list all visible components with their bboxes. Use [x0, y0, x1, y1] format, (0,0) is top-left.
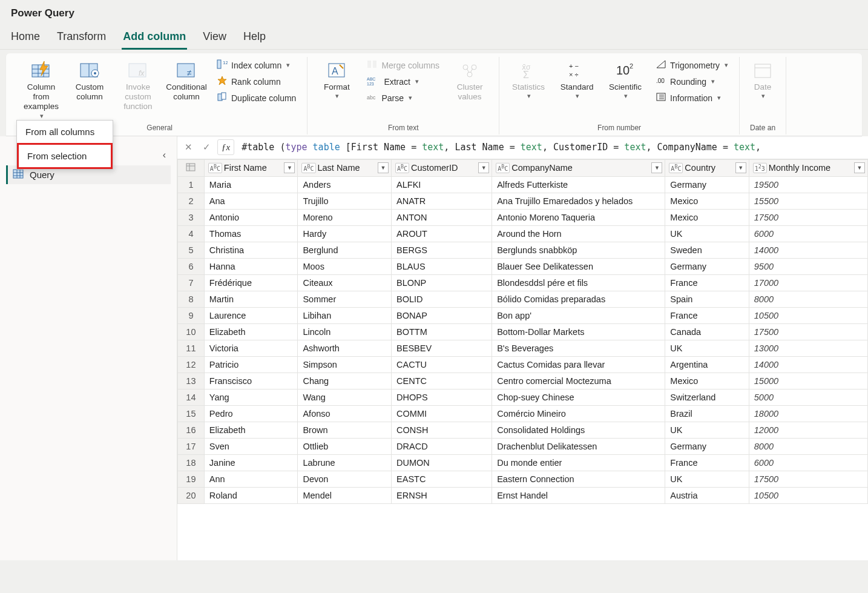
cell[interactable]: Moreno — [298, 209, 392, 225]
table-row[interactable]: 7FrédériqueCiteauxBLONPBlondesddsl pére … — [178, 274, 868, 291]
row-number[interactable]: 3 — [178, 209, 205, 225]
format-button[interactable]: A Format ▾ — [312, 57, 361, 102]
cell[interactable]: Christina — [204, 242, 298, 258]
cell[interactable]: Germany — [665, 176, 749, 193]
cell[interactable]: Drachenblut Delikatessen — [492, 438, 665, 454]
cell[interactable]: Chang — [298, 373, 392, 389]
cell[interactable]: BOLID — [392, 291, 492, 307]
cell[interactable]: Consolidated Holdings — [492, 422, 665, 438]
filter-dropdown-icon[interactable]: ▼ — [478, 162, 489, 173]
cell[interactable]: BESBEV — [392, 340, 492, 356]
rank-column-button[interactable]: Rank column — [214, 75, 298, 88]
cell[interactable]: Berglund — [298, 242, 392, 258]
cell[interactable]: France — [665, 274, 749, 291]
cell[interactable]: 5000 — [749, 389, 867, 405]
tab-help[interactable]: Help — [243, 25, 266, 49]
cell[interactable]: 8000 — [749, 291, 867, 307]
filter-dropdown-icon[interactable]: ▼ — [651, 162, 662, 173]
filter-dropdown-icon[interactable]: ▼ — [735, 162, 746, 173]
tab-view[interactable]: View — [203, 25, 226, 49]
cell[interactable]: Moos — [298, 258, 392, 274]
cell[interactable]: France — [665, 307, 749, 323]
cell[interactable]: Berglunds snabbköp — [492, 242, 665, 258]
column-header-customerid[interactable]: ABCCustomerID▼ — [392, 159, 492, 176]
cell[interactable]: Ottlieb — [298, 438, 392, 454]
cell[interactable]: Sven — [204, 438, 298, 454]
column-header-last-name[interactable]: ABCLast Name▼ — [298, 159, 392, 176]
cell[interactable]: 12000 — [749, 422, 867, 438]
row-number[interactable]: 6 — [178, 258, 205, 274]
row-number[interactable]: 14 — [178, 389, 205, 405]
cell[interactable]: Ashworth — [298, 340, 392, 356]
from-selection-item[interactable]: From selection — [17, 143, 113, 169]
extract-button[interactable]: ABC123 Extract▾ — [364, 75, 442, 88]
cell[interactable]: Frédérique — [204, 274, 298, 291]
row-number[interactable]: 4 — [178, 225, 205, 242]
cancel-formula-button[interactable]: ✕ — [181, 140, 196, 154]
cell[interactable]: Ana — [204, 193, 298, 209]
table-row[interactable]: 20RolandMendelERNSHErnst HandelAustria10… — [178, 487, 868, 503]
cell[interactable]: BLAUS — [392, 258, 492, 274]
parse-button[interactable]: abc Parse▾ — [364, 91, 442, 105]
cell[interactable]: 9500 — [749, 258, 867, 274]
table-row[interactable]: 11VictoriaAshworthBESBEVB's BeveragesUK1… — [178, 340, 868, 356]
cell[interactable]: ALFKI — [392, 176, 492, 193]
formula-input[interactable]: #table (type table [First Name = text, L… — [238, 142, 864, 153]
cell[interactable]: Laurence — [204, 307, 298, 323]
row-number[interactable]: 18 — [178, 454, 205, 471]
cell[interactable]: Blondesddsl pére et fils — [492, 274, 665, 291]
cell[interactable]: DHOPS — [392, 389, 492, 405]
duplicate-column-button[interactable]: Duplicate column — [214, 91, 298, 105]
cell[interactable]: ERNSH — [392, 487, 492, 503]
row-number[interactable]: 15 — [178, 405, 205, 422]
cell[interactable]: Cactus Comidas para llevar — [492, 356, 665, 373]
conditional-column-button[interactable]: ≠ Conditional column — [162, 57, 211, 104]
cell[interactable]: Chop-suey Chinese — [492, 389, 665, 405]
cell[interactable]: Elizabeth — [204, 422, 298, 438]
cell[interactable]: Pedro — [204, 405, 298, 422]
column-header-companyname[interactable]: ABCCompanyName▼ — [492, 159, 665, 176]
accept-formula-button[interactable]: ✓ — [199, 140, 214, 154]
cell[interactable]: UK — [665, 340, 749, 356]
tab-home[interactable]: Home — [11, 25, 40, 49]
cell[interactable]: Antonio Moreno Taqueria — [492, 209, 665, 225]
cell[interactable]: DRACD — [392, 438, 492, 454]
cell[interactable]: Blauer See Delikatessen — [492, 258, 665, 274]
cell[interactable]: Germany — [665, 438, 749, 454]
cell[interactable]: 15500 — [749, 193, 867, 209]
select-all-corner[interactable] — [178, 159, 205, 176]
cell[interactable]: Ernst Handel — [492, 487, 665, 503]
row-number[interactable]: 8 — [178, 291, 205, 307]
table-row[interactable]: 12PatricioSimpsonCACTUCactus Comidas par… — [178, 356, 868, 373]
table-row[interactable]: 8MartinSommerBOLIDBólido Comidas prepara… — [178, 291, 868, 307]
cell[interactable]: CENTC — [392, 373, 492, 389]
tab-add-column[interactable]: Add column — [123, 25, 186, 49]
cell[interactable]: BOTTM — [392, 323, 492, 340]
filter-dropdown-icon[interactable]: ▼ — [378, 162, 389, 173]
cell[interactable]: 14000 — [749, 242, 867, 258]
row-number[interactable]: 13 — [178, 373, 205, 389]
cell[interactable]: Mexico — [665, 373, 749, 389]
cell[interactable]: Anders — [298, 176, 392, 193]
cell[interactable]: Canada — [665, 323, 749, 340]
cell[interactable]: 6000 — [749, 454, 867, 471]
cell[interactable]: ANTON — [392, 209, 492, 225]
table-row[interactable]: 18JanineLabruneDUMONDu monde entierFranc… — [178, 454, 868, 471]
custom-column-button[interactable]: Custom column — [65, 57, 114, 104]
row-number[interactable]: 10 — [178, 323, 205, 340]
cell[interactable]: Labrune — [298, 454, 392, 471]
row-number[interactable]: 2 — [178, 193, 205, 209]
table-row[interactable]: 4ThomasHardyAROUTAround the HornUK6000 — [178, 225, 868, 242]
tab-transform[interactable]: Transform — [57, 25, 106, 49]
cell[interactable]: Antonio — [204, 209, 298, 225]
cell[interactable]: Janine — [204, 454, 298, 471]
cell[interactable]: 10500 — [749, 307, 867, 323]
column-header-first-name[interactable]: ABCFirst Name▼ — [204, 159, 298, 176]
cell[interactable]: Mendel — [298, 487, 392, 503]
data-grid[interactable]: ABCFirst Name▼ABCLast Name▼ABCCustomerID… — [177, 159, 868, 560]
cell[interactable]: BONAP — [392, 307, 492, 323]
cell[interactable]: Switzerland — [665, 389, 749, 405]
table-row[interactable]: 3AntonioMorenoANTONAntonio Moreno Taquer… — [178, 209, 868, 225]
standard-button[interactable]: + −× ÷ Standard▾ — [553, 57, 601, 102]
row-number[interactable]: 1 — [178, 176, 205, 193]
